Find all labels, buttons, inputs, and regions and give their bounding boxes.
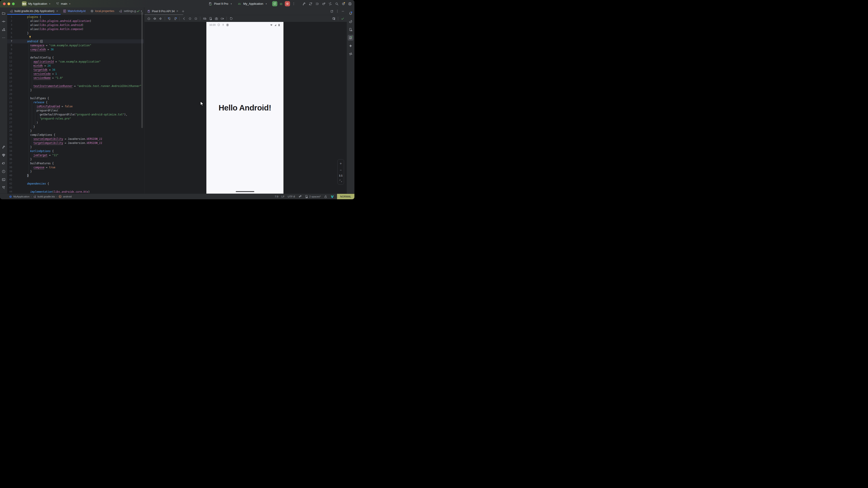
editor-tab[interactable]: MainActivity.kt: [61, 7, 88, 15]
check-green-icon[interactable]: [340, 16, 345, 21]
breadcrumb-item[interactable]: android: [63, 195, 72, 198]
code-line[interactable]: 9 compileSdk = 36: [7, 47, 144, 52]
gemini-icon[interactable]: [348, 43, 353, 49]
breadcrumb-item[interactable]: MyApplication: [13, 195, 30, 198]
commit-icon[interactable]: [1, 19, 6, 24]
code-line[interactable]: 10: [7, 52, 144, 56]
rotate-right-icon[interactable]: [173, 16, 178, 21]
more-run-options-icon[interactable]: [292, 2, 296, 5]
code-line[interactable]: 1plugins {: [7, 15, 144, 19]
code-line[interactable]: 16 versionName = "1.0": [7, 76, 144, 80]
build-icon[interactable]: [1, 144, 6, 150]
code-line[interactable]: 27 ): [7, 121, 144, 125]
emulator-screen[interactable]: 10:20 Hello Android!: [206, 22, 283, 194]
reset-icon[interactable]: [228, 16, 234, 21]
code-line[interactable]: 5}: [7, 31, 144, 35]
device-settings-icon[interactable]: [208, 16, 213, 21]
rotate-left-icon[interactable]: [167, 16, 172, 21]
ui-check-icon[interactable]: [331, 16, 336, 21]
code-line[interactable]: 21 buildTypes {: [7, 96, 144, 100]
code-line[interactable]: 26 "proguard-rules.pro": [7, 117, 144, 121]
chevron-down-icon[interactable]: ▾: [231, 3, 232, 5]
zoom-out-button[interactable]: −: [340, 168, 342, 172]
code-line[interactable]: 15 versionCode = 1: [7, 72, 144, 76]
code-line[interactable]: 3 alias(libs.plugins.kotlin.android): [7, 23, 144, 27]
code-line[interactable]: 17: [7, 80, 144, 84]
volume-up-icon[interactable]: [152, 16, 157, 21]
run-configuration[interactable]: My_Application: [243, 2, 263, 5]
code-line[interactable]: 44 implementation(libs.androidx.core.ktx…: [7, 190, 144, 194]
code-line[interactable]: 33 }: [7, 145, 144, 149]
app-quality-insights-icon[interactable]: [1, 152, 6, 158]
logcat-icon[interactable]: [1, 160, 6, 166]
sync-project-icon[interactable]: [309, 2, 312, 6]
stop-button[interactable]: [285, 1, 290, 6]
new-device-tab-button[interactable]: [182, 10, 185, 13]
ideavim-icon[interactable]: [331, 195, 334, 198]
code-line[interactable]: 22 release {: [7, 100, 144, 104]
code-line[interactable]: 23 isMinifyEnabled = false: [7, 104, 144, 108]
code-line[interactable]: 32 targetCompatibility = JavaVersion.VER…: [7, 141, 144, 145]
search-icon[interactable]: [335, 2, 339, 6]
rerun-button[interactable]: [272, 1, 277, 6]
minimize-window-button[interactable]: [7, 2, 10, 5]
app-distribution-icon[interactable]: [348, 51, 353, 57]
editor-tab[interactable]: build.gradle.kts (My Application)✕: [7, 7, 61, 15]
breadcrumb-item[interactable]: build.gradle.kts: [37, 195, 55, 198]
open-in-window-icon[interactable]: [330, 10, 333, 13]
code-line[interactable]: 40}: [7, 173, 144, 177]
caret-position[interactable]: 7:9: [275, 195, 278, 198]
overview-icon[interactable]: [193, 16, 198, 21]
code-line[interactable]: 19 }: [7, 88, 144, 92]
more-kebab-icon[interactable]: [336, 9, 339, 13]
profile-app-icon[interactable]: [322, 2, 326, 6]
hardware-input-icon[interactable]: [202, 16, 207, 21]
code-line[interactable]: 6: [7, 35, 144, 39]
project-widget[interactable]: MA My Application ▾: [22, 1, 50, 6]
code-line[interactable]: 2 alias(libs.plugins.android.application…: [7, 19, 144, 23]
chevron-down-icon[interactable]: ▾: [266, 3, 267, 5]
code-editor[interactable]: 1plugins {2 alias(libs.plugins.android.a…: [7, 15, 144, 194]
zoom-window-button[interactable]: [12, 2, 15, 5]
code-line[interactable]: 38 compose = true: [7, 165, 144, 169]
code-line[interactable]: 28 }: [7, 125, 144, 129]
editor-tab[interactable]: local.properties: [88, 7, 117, 15]
screenshot-icon[interactable]: [214, 16, 219, 21]
code-line[interactable]: 34 kotlinOptions {: [7, 149, 144, 153]
more-kebab-icon[interactable]: [235, 16, 239, 21]
line-ending[interactable]: LF: [281, 195, 284, 198]
structure-icon[interactable]: [1, 27, 6, 33]
code-line[interactable]: 29 }: [7, 129, 144, 133]
home-icon[interactable]: [187, 16, 192, 21]
profiler-icon[interactable]: [315, 2, 319, 6]
apply-changes-icon[interactable]: [329, 2, 332, 6]
code-line[interactable]: 20: [7, 92, 144, 96]
code-line[interactable]: 43: [7, 186, 144, 190]
back-icon[interactable]: [182, 16, 186, 21]
version-control-icon[interactable]: [1, 185, 6, 191]
inspections-ok-icon[interactable]: [136, 9, 140, 13]
more-tools-icon[interactable]: [1, 35, 6, 41]
account-icon[interactable]: [348, 2, 352, 6]
problems-icon[interactable]: [1, 168, 6, 174]
code-line[interactable]: 36 }: [7, 157, 144, 161]
encoding[interactable]: UTF-8: [288, 195, 295, 198]
running-devices-icon[interactable]: [348, 35, 353, 41]
code-line[interactable]: 18 testInstrumentationRunner = "androidx…: [7, 84, 144, 88]
vim-mode-badge[interactable]: NORMAL: [337, 194, 354, 199]
fit-screen-icon[interactable]: [339, 179, 342, 183]
unlock-icon[interactable]: [324, 195, 327, 198]
code-line[interactable]: 8 namespace = "com.example.myapplication…: [7, 43, 144, 47]
close-icon[interactable]: ✕: [56, 10, 58, 13]
terminal-icon[interactable]: [1, 177, 6, 183]
code-line[interactable]: 30 compileOptions {: [7, 133, 144, 137]
code-line[interactable]: 7android {: [7, 39, 144, 43]
code-line[interactable]: 41: [7, 177, 144, 182]
code-line[interactable]: 24 proguardFiles(: [7, 108, 144, 112]
close-icon[interactable]: ✕: [176, 10, 178, 13]
power-icon[interactable]: [146, 16, 151, 21]
device-manager-icon[interactable]: [348, 27, 353, 33]
code-line[interactable]: 39 }: [7, 169, 144, 173]
code-line[interactable]: 14 targetSdk = 36: [7, 68, 144, 72]
code-line[interactable]: 13 minSdk = 24: [7, 64, 144, 68]
